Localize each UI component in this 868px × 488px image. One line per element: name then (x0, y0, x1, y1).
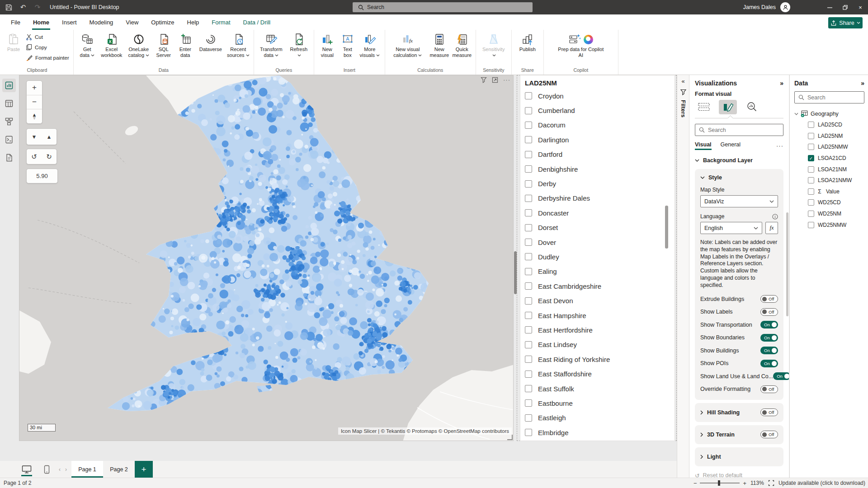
slicer-item-denbighshire[interactable]: Denbighshire (525, 162, 675, 176)
checkbox[interactable] (525, 165, 532, 173)
checkbox[interactable] (525, 239, 532, 246)
checkbox[interactable] (525, 356, 532, 363)
format-painter-button[interactable]: Format painter (24, 52, 71, 63)
rotate-ccw-button[interactable]: ↺ (31, 153, 37, 161)
checkbox[interactable] (525, 122, 532, 129)
slicer-item-eastleigh[interactable]: Eastleigh (525, 411, 675, 425)
field-lsoa21cd[interactable]: ✓LSOA21CD (794, 153, 864, 164)
info-icon[interactable] (772, 214, 778, 220)
conditional-formatting-button[interactable]: fx (765, 222, 778, 234)
checkbox[interactable] (525, 385, 532, 392)
share-button[interactable]: Share (828, 17, 863, 28)
slicer-item-darlington[interactable]: Darlington (525, 132, 675, 147)
menu-tab-modeling[interactable]: Modeling (83, 14, 120, 30)
slicer-item-dorset[interactable]: Dorset (525, 221, 675, 235)
slicer-item-east-lindsey[interactable]: East Lindsey (525, 338, 675, 352)
filter-icon[interactable] (481, 77, 487, 83)
checkbox[interactable] (525, 107, 532, 114)
checkbox[interactable] (525, 312, 532, 319)
checkbox[interactable] (525, 429, 532, 436)
checkbox[interactable] (525, 209, 532, 216)
checkbox[interactable] (525, 371, 532, 378)
tmdl-view-button[interactable] (2, 151, 16, 164)
report-view-button[interactable] (2, 79, 16, 92)
slicer-item-dudley[interactable]: Dudley (525, 249, 675, 264)
tilt-down-button[interactable]: ▼ (32, 134, 37, 140)
icon-map-visual[interactable]: + − ▲▼ ▼ ▲ ↺ ↻ 5.90 30 mi Icon Map Slice… (19, 75, 514, 441)
field-lsoa21nmw[interactable]: LSOA21NMW (794, 175, 864, 186)
field-checkbox[interactable] (808, 133, 814, 139)
checkbox[interactable] (525, 414, 532, 422)
card-3d-terrain[interactable]: 3D TerrainOff (695, 425, 783, 444)
update-notice[interactable]: Update available (click to download) (778, 480, 865, 486)
toggle-switch[interactable]: Off (760, 408, 778, 416)
get-data-button[interactable]: Getdata (76, 30, 98, 59)
visualizations-scrollbar[interactable] (786, 212, 788, 316)
card-hill-shading[interactable]: Hill ShadingOff (695, 403, 783, 422)
zoom-slider-handle[interactable] (718, 480, 720, 486)
field-wd25cd[interactable]: WD25CD (794, 197, 864, 208)
excel-workbook-button[interactable]: XExcelworkbook (99, 30, 124, 59)
build-visual-icon[interactable] (695, 100, 713, 114)
expand-pane-icon[interactable]: « (681, 78, 684, 84)
choropleth-map[interactable] (19, 75, 514, 441)
enter-data-button[interactable]: Enterdata (175, 30, 196, 59)
menu-tab-insert[interactable]: Insert (56, 14, 83, 30)
style-section-header[interactable]: Style (700, 174, 778, 181)
field-lad25nm[interactable]: LAD25NM (794, 131, 864, 142)
quick-measure-button[interactable]: Quickmeasure (451, 30, 473, 59)
dax-query-view-button[interactable] (2, 133, 16, 146)
new-visual-button[interactable]: Newvisual (317, 30, 338, 59)
dataverse-button[interactable]: Dataverse (197, 30, 225, 52)
format-visual-icon[interactable] (719, 100, 737, 114)
tilt-up-button[interactable]: ▲ (47, 134, 52, 140)
language-dropdown[interactable]: English (700, 222, 762, 234)
slicer-item-cumberland[interactable]: Cumberland (525, 103, 675, 117)
zoom-in-button[interactable]: + (27, 81, 42, 95)
new-visual-calculation-button[interactable]: fxNew visualcalculation (388, 30, 428, 59)
toggle-switch[interactable]: On (760, 347, 778, 354)
more-options-icon[interactable]: ··· (503, 76, 510, 83)
field-checkbox[interactable] (808, 222, 814, 228)
data-search[interactable] (794, 91, 864, 103)
menu-tab-file[interactable]: File (5, 14, 27, 30)
checkbox[interactable] (525, 253, 532, 260)
slicer-item-dartford[interactable]: Dartford (525, 147, 675, 162)
toggle-switch[interactable]: On (760, 321, 778, 328)
table-view-button[interactable] (2, 97, 16, 110)
collapse-pane-icon[interactable]: » (780, 80, 783, 87)
cut-button[interactable]: Cut (24, 32, 71, 42)
pitch-control[interactable]: ▲▼ (27, 109, 42, 123)
toggle-switch[interactable]: On (773, 372, 789, 380)
slicer-item-east-cambridgeshire[interactable]: East Cambridgeshire (525, 279, 675, 293)
slicer-item-east-staffordshire[interactable]: East Staffordshire (525, 366, 675, 381)
format-search-input[interactable] (708, 127, 771, 133)
menu-tab-view[interactable]: View (119, 14, 145, 30)
search-input[interactable] (367, 4, 516, 10)
slicer-item-east-suffolk[interactable]: East Suffolk (525, 381, 675, 396)
toggle-switch[interactable]: Off (760, 431, 778, 438)
save-icon[interactable] (3, 1, 14, 13)
checkbox[interactable] (525, 268, 532, 275)
checkbox[interactable] (525, 224, 532, 231)
collapse-pane-icon[interactable]: » (861, 80, 864, 87)
checkbox[interactable] (525, 399, 532, 407)
text-box-button[interactable]: ATextbox (339, 30, 357, 59)
filter-funnel-icon[interactable] (680, 89, 687, 95)
slicer-item-east-riding-of-yorkshire[interactable]: East Riding of Yorkshire (525, 352, 675, 366)
page-tab-page-1[interactable]: Page 1 (71, 461, 103, 478)
field-checkbox[interactable] (808, 122, 814, 128)
slicer-item-croydon[interactable]: Croydon (525, 89, 675, 103)
close-button[interactable]: × (853, 0, 868, 14)
background-layer-section[interactable]: Background Layer (695, 157, 783, 164)
analytics-icon[interactable] (743, 100, 761, 114)
field-checkbox[interactable]: ✓ (808, 155, 814, 161)
checkbox[interactable] (525, 326, 532, 333)
add-page-button[interactable]: + (135, 461, 153, 478)
menu-tab-data-drill[interactable]: Data / Drill (237, 14, 277, 30)
checkbox[interactable] (525, 341, 532, 348)
field-checkbox[interactable] (808, 177, 814, 183)
slicer-item-eastbourne[interactable]: Eastbourne (525, 396, 675, 410)
slicer-item-derbyshire-dales[interactable]: Derbyshire Dales (525, 191, 675, 206)
field-checkbox[interactable] (808, 144, 814, 150)
